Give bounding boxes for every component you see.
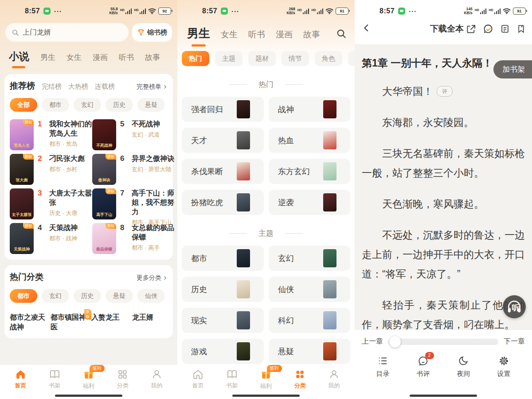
tag-cover [323, 100, 336, 118]
tab-female[interactable]: 女生 [221, 29, 238, 40]
book-row[interactable]: 原创张大彪 2 刁民张大彪 都市 · 乡村 [10, 153, 92, 187]
full-rank-link[interactable]: 完整榜单 [137, 83, 168, 91]
tag-card[interactable]: 天才 [182, 128, 264, 153]
progress-slider[interactable] [388, 339, 498, 345]
chip-all[interactable]: 全部 [10, 98, 37, 112]
rank-tab-trending[interactable]: 大热榜 [68, 82, 88, 91]
share-icon[interactable] [466, 24, 476, 34]
chip-subject[interactable]: 题材 [248, 51, 276, 66]
rank-tab-finished[interactable]: 完结榜 [42, 82, 62, 91]
home-indicator[interactable] [410, 395, 477, 397]
tab-novel[interactable]: 小说 [9, 50, 29, 63]
chip-history[interactable]: 历史 [74, 289, 101, 303]
book-row[interactable]: 原创天策战神 4 天策战神 都市 · 战神 [10, 222, 92, 256]
tag-card[interactable]: 游戏 [182, 339, 264, 364]
nav-home[interactable]: 首页 [181, 369, 215, 399]
book-row[interactable]: 原创极品保镖 8 女总裁的极品保镖 都市 · 高手 [92, 222, 177, 256]
tag-card[interactable]: 悬疑 [269, 339, 350, 364]
home-indicator[interactable] [55, 395, 122, 397]
chip-suspense[interactable]: 悬疑 [137, 98, 165, 112]
prev-chapter-button[interactable]: 上一章 [362, 337, 383, 346]
bookshelf-icon [227, 369, 238, 380]
tag-card[interactable]: 强者回归 [182, 97, 264, 122]
paragraph-comment-bubble[interactable]: 评 [437, 86, 453, 97]
tag-card[interactable]: 杀伐果断 [182, 159, 264, 184]
menu-reviews[interactable]: 2 书评 [417, 355, 430, 378]
tag-card[interactable]: 玄幻 [269, 246, 350, 271]
tab-audio[interactable]: 听书 [119, 52, 134, 63]
menu-settings[interactable]: 设置 [497, 355, 511, 378]
chip-plot[interactable]: 情节 [282, 51, 309, 66]
tab-comic[interactable]: 漫画 [276, 29, 293, 40]
rank-tab-serial[interactable]: 连载榜 [95, 82, 115, 91]
tag-card[interactable]: 战神 [269, 97, 350, 122]
tag-card[interactable]: 逆袭 [269, 190, 350, 215]
rank-number: 3 [38, 188, 45, 198]
tag-card[interactable]: 扮猪吃虎 [182, 190, 264, 215]
tab-story[interactable]: 故事 [303, 29, 320, 40]
nav-profile[interactable]: 我的 [317, 369, 351, 399]
check-in-badge: 签到 [267, 365, 282, 372]
tag-cover [237, 249, 250, 267]
book-item[interactable]: 龙王婿 龙王婿 [132, 309, 168, 332]
tab-male[interactable]: 男生 [40, 52, 55, 63]
chip-hot[interactable]: 热门 [182, 51, 209, 66]
book-item[interactable]: 原创入赘龙王 入赘龙王 [91, 309, 128, 332]
chip-urban[interactable]: 都市 [10, 289, 37, 303]
document-icon[interactable] [500, 24, 510, 34]
tag-card[interactable]: 热血 [269, 128, 350, 153]
chip-history[interactable]: 历史 [106, 98, 133, 112]
book-row[interactable]: 原创傲神诀 6 异界之傲神诀 玄幻 · 异世大陆 [92, 153, 177, 187]
book-row[interactable]: 不死战神 5 不死战神 玄幻 · 武道 [92, 118, 177, 153]
book-title: 天策战神 [49, 223, 94, 232]
tag-card[interactable]: 东方玄幻 [269, 159, 350, 184]
menu-contents[interactable]: 目录 [376, 355, 390, 378]
tag-card[interactable]: 历史 [182, 277, 264, 302]
nav-home[interactable]: 首页 [4, 369, 38, 399]
book-ranking-button[interactable]: 锦书榜 [132, 23, 172, 42]
book-row[interactable]: 原创高手下山 7 高手下山：师姐，我不想努力 都市 · 高手下山 [92, 187, 177, 222]
notification-app-icon [398, 8, 405, 15]
chip-suspense[interactable]: 悬疑 [106, 289, 133, 303]
add-to-shelf-button[interactable]: 加书架 [493, 60, 532, 78]
tab-comic[interactable]: 漫画 [93, 52, 108, 63]
tag-card[interactable]: 仙侠 [269, 277, 350, 302]
chip-theme[interactable]: 主题 [215, 51, 243, 66]
tag-card[interactable]: 科幻 [269, 308, 350, 333]
more-categories-link[interactable]: 更多分类 [137, 274, 168, 282]
comment-check-icon[interactable] [483, 23, 493, 34]
book-title: 大唐太子太嚣张 [49, 188, 94, 207]
book-item[interactable]: 都市之凌天战神 都市之凌天战神 [10, 309, 46, 332]
chip-xianxia[interactable]: 仙侠 [137, 289, 165, 303]
tab-male[interactable]: 男生 [187, 26, 210, 41]
book-cover: 原创荒岛人生 [10, 119, 34, 150]
book-row[interactable]: 原创荒岛人生 1 我和女神们的荒岛人生 都市 · 荒岛 [10, 118, 92, 153]
chip-urban[interactable]: 都市 [42, 98, 69, 112]
book-item[interactable]: 都市镇国神医 都市镇国神医 [51, 309, 87, 332]
download-full-book-button[interactable]: 下载全本 [430, 23, 464, 35]
tab-female[interactable]: 女生 [66, 52, 82, 63]
menu-night-mode[interactable]: 夜间 [457, 355, 470, 378]
chip-fantasy[interactable]: 玄幻 [74, 98, 101, 112]
tab-audio[interactable]: 听书 [248, 29, 265, 40]
progress-knob[interactable] [389, 336, 401, 348]
search-input[interactable]: 上门龙婿 [5, 23, 129, 42]
chip-role[interactable]: 角色 [315, 51, 342, 66]
nav-profile[interactable]: 我的 [140, 369, 174, 399]
home-indicator[interactable] [232, 395, 300, 397]
person-icon [329, 369, 340, 380]
rank-tab-recommend[interactable]: 推荐榜 [10, 80, 35, 92]
book-row[interactable]: 太子太嚣张 3 大唐太子太嚣张 历史 · 大唐 [10, 187, 92, 222]
back-icon[interactable] [362, 23, 372, 33]
tag-card[interactable]: 现实 [182, 308, 264, 333]
next-chapter-button[interactable]: 下一章 [504, 337, 525, 346]
section-header-hot: 热门 [177, 79, 355, 90]
chip-style[interactable]: 风格 [348, 51, 355, 66]
tag-card[interactable]: 都市 [182, 246, 264, 271]
listen-button[interactable]: 听 [503, 295, 526, 318]
tab-story[interactable]: 故事 [145, 52, 160, 63]
bookmark-icon[interactable] [516, 24, 526, 34]
search-icon[interactable] [336, 28, 347, 39]
gear-icon [498, 355, 510, 367]
chip-fantasy[interactable]: 玄幻 [42, 289, 69, 303]
